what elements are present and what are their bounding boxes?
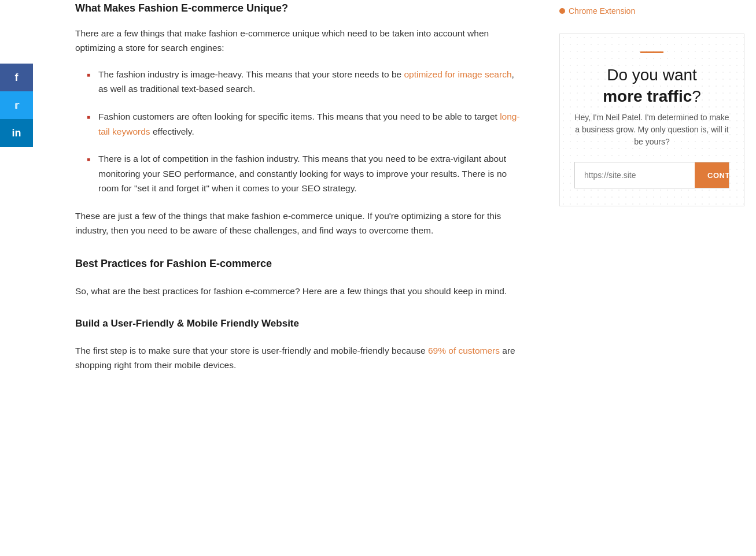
widget-headline-part2: ? xyxy=(692,87,701,105)
bullet-list: The fashion industry is image-heavy. Thi… xyxy=(87,67,525,196)
widget-subtext: Hey, I'm Neil Patel. I'm determined to m… xyxy=(574,112,729,148)
twitter-icon: 𝕣 xyxy=(14,100,19,111)
linkedin-icon: in xyxy=(12,127,21,139)
image-search-link[interactable]: optimized for image search xyxy=(404,69,511,79)
section2-intro: So, what are the best practices for fash… xyxy=(75,284,525,299)
url-input[interactable] xyxy=(575,162,695,188)
list-item: The fashion industry is image-heavy. Thi… xyxy=(87,67,525,97)
widget-inner: Do you want more traffic? Hey, I'm Neil … xyxy=(574,51,729,188)
linkedin-share-button[interactable]: in xyxy=(0,119,33,147)
widget-dash-decoration xyxy=(640,51,663,53)
bullet1-text-before: The fashion industry is image-heavy. Thi… xyxy=(98,69,404,79)
continue-button[interactable]: CONTINUE xyxy=(695,162,729,188)
section2-heading: Best Practices for Fashion E-commerce xyxy=(75,255,525,272)
widget-headline: Do you want more traffic? xyxy=(574,65,729,107)
facebook-share-button[interactable]: f xyxy=(0,64,33,91)
list-item: There is a lot of competition in the fas… xyxy=(87,151,525,196)
social-sidebar: f 𝕣 in xyxy=(0,64,33,147)
section3-heading: Build a User-Friendly & Mobile Friendly … xyxy=(75,316,525,331)
chrome-dot-icon xyxy=(559,8,565,14)
section1-intro: There are a few things that make fashion… xyxy=(75,26,525,55)
widget-headline-bold: more traffic xyxy=(603,87,692,105)
customers-link[interactable]: 69% of customers xyxy=(428,346,500,355)
section1-outro: These are just a few of the things that … xyxy=(75,209,525,238)
list-item: Fashion customers are often looking for … xyxy=(87,109,525,139)
bullet2-text-after: effectively. xyxy=(150,127,194,136)
widget-form: CONTINUE xyxy=(574,162,729,188)
widget-headline-part1: Do you want xyxy=(607,66,697,84)
traffic-widget: Do you want more traffic? Hey, I'm Neil … xyxy=(559,34,744,206)
chrome-extension-link[interactable]: Chrome Extension xyxy=(559,0,744,22)
bullet2-text-before: Fashion customers are often looking for … xyxy=(98,112,500,121)
right-sidebar: Chrome Extension Do you want more traffi… xyxy=(548,0,756,556)
section1-heading: What Makes Fashion E-commerce Unique? xyxy=(75,0,525,17)
facebook-icon: f xyxy=(15,72,19,84)
twitter-share-button[interactable]: 𝕣 xyxy=(0,91,33,119)
section3-intro-before: The first step is to make sure that your… xyxy=(75,346,428,355)
bullet3-text: There is a lot of competition in the fas… xyxy=(98,154,507,193)
chrome-extension-label: Chrome Extension xyxy=(569,5,635,17)
section3-intro: The first step is to make sure that your… xyxy=(75,343,525,373)
main-content: What Makes Fashion E-commerce Unique? Th… xyxy=(52,0,548,556)
